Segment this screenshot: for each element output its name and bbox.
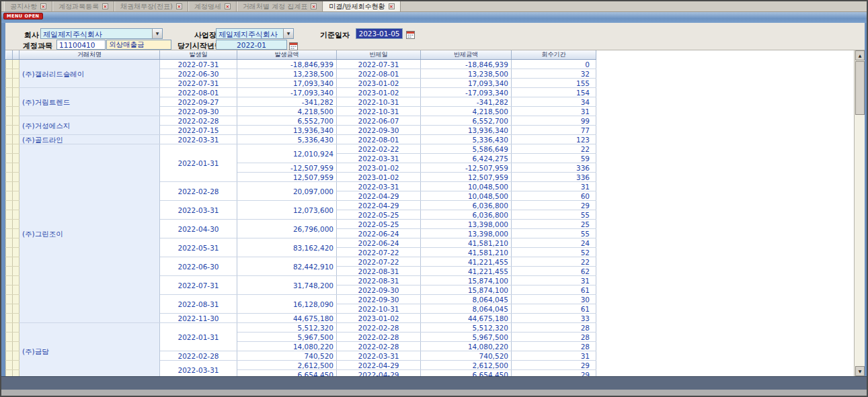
issue-amount-cell[interactable]: 17,093,340 [237, 79, 337, 88]
period-cell[interactable]: 52 [512, 248, 596, 257]
repay-date-cell[interactable]: 2022-04-29 [337, 201, 421, 210]
period-cell[interactable]: 77 [512, 126, 596, 135]
repay-amount-cell[interactable]: 6,552,700 [421, 116, 512, 126]
repay-date-cell[interactable]: 2022-07-22 [337, 257, 421, 267]
row-selector-cell[interactable] [13, 88, 19, 97]
issue-amount-cell[interactable]: 740,520 [237, 351, 337, 361]
repay-date-cell[interactable]: 2023-01-02 [337, 173, 421, 182]
row-selector-cell[interactable] [6, 182, 13, 191]
repay-amount-cell[interactable]: 15,874,100 [421, 276, 512, 285]
period-cell[interactable]: 31 [512, 107, 596, 116]
row-selector-cell[interactable] [13, 220, 19, 229]
row-selector-cell[interactable] [13, 314, 19, 323]
row-selector-cell[interactable] [13, 361, 19, 370]
period-cell[interactable]: 55 [512, 229, 596, 238]
account-code-input[interactable] [56, 40, 106, 50]
row-selector-cell[interactable] [6, 154, 13, 163]
repay-date-cell[interactable]: 2022-04-29 [337, 370, 421, 377]
customer-cell[interactable]: (주)골드라인 [19, 135, 160, 144]
row-selector-cell[interactable] [13, 267, 19, 276]
period-cell[interactable]: 61 [512, 285, 596, 295]
repay-amount-cell[interactable]: 5,336,430 [421, 135, 512, 144]
scroll-up-icon[interactable]: ▲ [855, 50, 865, 60]
calendar-icon[interactable] [289, 40, 298, 49]
repay-amount-cell[interactable]: 10,048,500 [421, 191, 512, 201]
row-selector-cell[interactable] [6, 295, 13, 304]
repay-date-cell[interactable]: 2022-07-31 [337, 60, 421, 69]
repay-amount-cell[interactable]: 13,238,500 [421, 69, 512, 79]
account-name-input[interactable] [106, 40, 171, 50]
period-cell[interactable]: 28 [512, 323, 596, 333]
row-selector-cell[interactable] [6, 79, 13, 88]
repay-amount-cell[interactable]: 8,064,045 [421, 295, 512, 304]
repay-date-cell[interactable]: 2022-06-24 [337, 229, 421, 238]
repay-date-cell[interactable]: 2022-08-31 [337, 276, 421, 285]
period-cell[interactable]: 123 [512, 135, 596, 144]
repay-amount-cell[interactable]: -341,282 [421, 97, 512, 107]
repay-amount-cell[interactable]: -18,846,939 [421, 60, 512, 69]
period-cell[interactable]: 31 [512, 351, 596, 361]
row-selector-cell[interactable] [6, 173, 13, 182]
repay-date-cell[interactable]: 2022-02-22 [337, 144, 421, 154]
issue-date-cell[interactable]: 2022-06-30 [160, 257, 237, 276]
row-selector-cell[interactable] [6, 342, 13, 351]
period-cell[interactable]: 28 [512, 333, 596, 342]
row-selector-cell[interactable] [13, 144, 19, 154]
row-selector-cell[interactable] [6, 285, 13, 295]
row-selector-cell[interactable] [13, 257, 19, 267]
period-cell[interactable]: 154 [512, 88, 596, 97]
tab-close-icon[interactable]: × [176, 3, 182, 9]
row-selector-cell[interactable] [6, 135, 13, 144]
issue-amount-cell[interactable]: 44,675,180 [237, 314, 337, 323]
repay-amount-cell[interactable]: 4,218,500 [421, 107, 512, 116]
repay-date-cell[interactable]: 2022-02-28 [337, 333, 421, 342]
row-selector-cell[interactable] [13, 276, 19, 285]
row-selector-cell[interactable] [6, 107, 13, 116]
tab-item-3[interactable]: 계정명세× [188, 1, 237, 11]
issue-amount-cell[interactable]: 31,748,200 [237, 276, 337, 295]
repay-amount-cell[interactable]: 41,221,455 [421, 267, 512, 276]
issue-amount-cell[interactable]: 5,336,430 [237, 135, 337, 144]
row-selector-cell[interactable] [6, 361, 13, 370]
issue-date-cell[interactable]: 2022-02-28 [160, 116, 237, 126]
repay-date-cell[interactable]: 2022-02-28 [337, 342, 421, 351]
repay-amount-cell[interactable]: -17,093,340 [421, 88, 512, 97]
repay-date-cell[interactable]: 2022-08-31 [337, 267, 421, 276]
scrollbar-thumb[interactable] [855, 61, 865, 115]
row-selector-cell[interactable] [13, 304, 19, 314]
issue-amount-cell[interactable]: 12,073,600 [237, 201, 337, 220]
period-cell[interactable]: 55 [512, 210, 596, 220]
repay-amount-cell[interactable]: 5,586,649 [421, 144, 512, 154]
row-selector-cell[interactable] [6, 229, 13, 238]
row-selector-cell[interactable] [13, 201, 19, 210]
repay-date-cell[interactable]: 2022-09-30 [337, 295, 421, 304]
row-selector-cell[interactable] [13, 370, 19, 377]
chevron-down-icon[interactable]: ▼ [283, 29, 293, 38]
header-issue-amount[interactable]: 발생금액 [237, 50, 337, 60]
issue-amount-cell[interactable]: 16,128,090 [237, 295, 337, 314]
repay-date-cell[interactable]: 2022-04-29 [337, 361, 421, 370]
issue-date-cell[interactable]: 2022-07-15 [160, 126, 237, 135]
tab-item-4[interactable]: 거래처별 계정 집계표× [237, 1, 323, 11]
tab-close-icon[interactable]: × [389, 3, 395, 9]
customer-cell[interactable]: (주)거림트렌드 [19, 88, 160, 116]
repay-amount-cell[interactable]: 5,967,500 [421, 333, 512, 342]
row-selector-cell[interactable] [6, 220, 13, 229]
issue-amount-cell[interactable]: -17,093,340 [237, 88, 337, 97]
row-selector-cell[interactable] [13, 323, 19, 333]
repay-date-cell[interactable]: 2022-10-31 [337, 107, 421, 116]
issue-date-cell[interactable]: 2022-03-31 [160, 201, 237, 220]
row-selector-cell[interactable] [6, 60, 13, 69]
row-selector-cell[interactable] [6, 351, 13, 361]
issue-date-cell[interactable]: 2022-04-30 [160, 220, 237, 238]
repay-date-cell[interactable]: 2022-06-24 [337, 238, 421, 248]
row-selector-cell[interactable] [13, 333, 19, 342]
customer-cell[interactable]: (주)그린조이 [19, 144, 160, 323]
issue-date-cell[interactable]: 2022-02-28 [160, 351, 237, 361]
row-selector-cell[interactable] [6, 69, 13, 79]
issue-amount-cell[interactable]: 6,552,700 [237, 116, 337, 126]
repay-date-cell[interactable]: 2022-02-28 [337, 323, 421, 333]
issue-amount-cell[interactable]: 5,967,500 [237, 333, 337, 342]
row-selector-cell[interactable] [6, 238, 13, 248]
row-selector-cell[interactable] [6, 257, 13, 267]
